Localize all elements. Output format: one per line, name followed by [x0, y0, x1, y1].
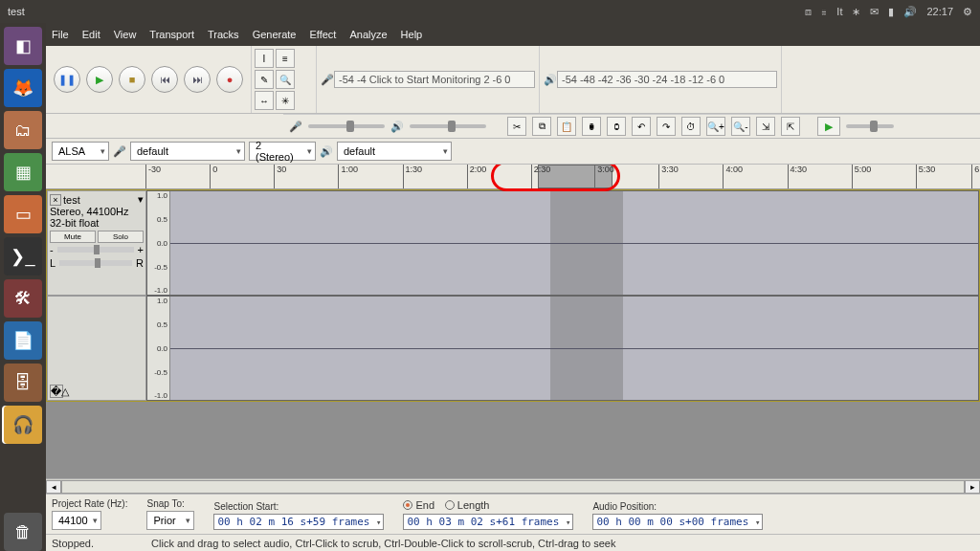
timeline-ruler[interactable]: -30 0 30 1:00 1:30 2:00 2:30 3:00 3:30 4…	[46, 165, 980, 189]
play-button[interactable]: ▶	[86, 66, 113, 93]
menu-help[interactable]: Help	[401, 29, 423, 40]
record-button[interactable]: ●	[216, 66, 243, 93]
end-radio[interactable]: End	[403, 499, 434, 511]
zoom-tool[interactable]: 🔍	[276, 70, 295, 89]
track-control-panel-lower[interactable]: �△	[47, 296, 146, 401]
ruler-segments[interactable]: -30 0 30 1:00 1:30 2:00 2:30 3:00 3:30 4…	[145, 165, 980, 188]
menu-generate[interactable]: Generate	[253, 29, 297, 40]
selection-tool[interactable]: I	[255, 49, 274, 68]
envelope-tool[interactable]: ≡	[276, 49, 295, 68]
silence-button[interactable]: ⧮	[607, 117, 626, 136]
draw-tool[interactable]: ✎	[255, 70, 274, 89]
wifi-icon[interactable]: ⩷	[821, 6, 827, 17]
launcher-impress[interactable]: ▭	[4, 195, 42, 233]
undo-button[interactable]: ↶	[632, 117, 651, 136]
playback-meter-box[interactable]: -54-48-42-36-30-24-18-12-60	[557, 71, 777, 88]
pause-button[interactable]: ❚❚	[54, 66, 80, 93]
volume-icon[interactable]: 🔊	[903, 6, 917, 18]
redo-button[interactable]: ↷	[657, 117, 676, 136]
transport-toolbar: ❚❚ ▶ ■ ⏮ ⏭ ●	[46, 46, 252, 113]
track-collapse-button[interactable]: �△	[50, 385, 63, 398]
gain-slider[interactable]	[57, 247, 134, 253]
selection-start-time[interactable]: 00 h 02 m 16 s+59 frames	[213, 514, 384, 530]
cut-button[interactable]: ✂	[507, 117, 526, 136]
mute-button[interactable]: Mute	[50, 231, 96, 243]
bluetooth-icon[interactable]: ∗	[852, 6, 860, 18]
audio-position-time[interactable]: 00 h 00 m 00 s+00 frames	[592, 514, 763, 530]
menu-bar: File Edit View Transport Tracks Generate…	[46, 23, 980, 46]
launcher-firefox[interactable]: 🦊	[4, 69, 42, 107]
multi-tool[interactable]: ✳	[276, 91, 295, 110]
waveform-left[interactable]: 1.0 0.5 0.0 -0.5 -1.0	[146, 190, 979, 296]
solo-button[interactable]: Solo	[98, 231, 144, 243]
scroll-left-button[interactable]: ◂	[46, 480, 61, 494]
snap-to-combo[interactable]: Prior	[146, 511, 194, 530]
menu-analyze[interactable]: Analyze	[349, 29, 387, 40]
toolbar-row-1: ❚❚ ▶ ■ ⏮ ⏭ ● I ≡ ✎ 🔍 ↔ ✳ 🎤 -54-4 Click t…	[46, 46, 980, 114]
menu-file[interactable]: File	[52, 29, 69, 40]
selection-end-time[interactable]: 00 h 03 m 02 s+61 frames	[403, 514, 573, 530]
mail-icon[interactable]: ✉	[870, 6, 879, 18]
playback-volume-slider[interactable]	[410, 124, 486, 128]
track-control-panel[interactable]: × test ▾ Stereo, 44100Hz 32-bit float Mu…	[47, 190, 146, 296]
device-toolbar: ALSA 🎤 default 2 (Stereo) 🔊 default	[46, 139, 980, 165]
horizontal-scrollbar[interactable]: ◂ ▸	[46, 478, 980, 494]
scrollbar-thumb[interactable]	[61, 480, 965, 494]
playback-speed-slider[interactable]	[846, 124, 894, 128]
fit-selection-button[interactable]: ⇲	[756, 117, 775, 136]
playback-meter[interactable]: 🔊 -54-48-42-36-30-24-18-12-60	[540, 46, 782, 113]
pan-slider[interactable]	[59, 260, 132, 266]
vertical-scale[interactable]: 1.0 0.5 0.0 -0.5 -1.0	[147, 191, 170, 295]
skip-start-button[interactable]: ⏮	[151, 66, 178, 93]
track-close-button[interactable]: ×	[50, 194, 61, 206]
dropbox-icon[interactable]: ⧈	[805, 6, 812, 18]
launcher-terminal[interactable]: ❯_	[4, 237, 42, 276]
sync-lock-button[interactable]: ⏱	[681, 117, 701, 136]
vertical-scale-2[interactable]: 1.0 0.5 0.0 -0.5 -1.0	[147, 297, 170, 400]
launcher-files[interactable]: 🗂	[4, 111, 42, 149]
launcher-writer[interactable]: 📄	[4, 321, 42, 360]
launcher-calc[interactable]: ▦	[4, 153, 42, 191]
menu-tracks[interactable]: Tracks	[208, 29, 239, 40]
menu-effect[interactable]: Effect	[310, 29, 337, 40]
play-at-speed-button[interactable]: ▶	[817, 117, 840, 136]
skip-end-button[interactable]: ⏭	[184, 66, 211, 93]
status-bar: Stopped. Click and drag to select audio,…	[46, 534, 980, 551]
waveform-right[interactable]: 1.0 0.5 0.0 -0.5 -1.0	[146, 296, 979, 401]
timeshift-tool[interactable]: ↔	[255, 91, 274, 110]
recording-meter[interactable]: 🎤 -54-4 Click to Start Monitoring 2-60	[317, 46, 540, 113]
scroll-right-button[interactable]: ▸	[965, 480, 980, 494]
language-indicator[interactable]: It	[836, 6, 842, 17]
system-topbar: test ⧈ ⩷ It ∗ ✉ ▮ 🔊 22:17 ⚙	[0, 0, 980, 23]
launcher-archive[interactable]: 🗄	[4, 364, 42, 402]
recording-meter-box[interactable]: -54-4 Click to Start Monitoring 2-60	[334, 71, 535, 88]
fit-project-button[interactable]: ⇱	[781, 117, 800, 136]
audio-host-combo[interactable]: ALSA	[52, 142, 109, 161]
menu-view[interactable]: View	[114, 29, 137, 40]
launcher-audacity[interactable]: 🎧	[4, 406, 42, 444]
gear-icon[interactable]: ⚙	[963, 6, 972, 18]
clock[interactable]: 22:17	[926, 6, 953, 17]
launcher-dash[interactable]: ◧	[4, 27, 42, 65]
track-menu-dropdown[interactable]: ▾	[138, 193, 144, 206]
track-name[interactable]: test	[63, 194, 80, 206]
zoom-in-button[interactable]: 🔍+	[706, 117, 725, 136]
launcher-trash[interactable]: 🗑	[4, 513, 42, 551]
stop-button[interactable]: ■	[119, 66, 145, 93]
recording-device-combo[interactable]: default	[130, 142, 245, 161]
zoom-out-button[interactable]: 🔍-	[731, 117, 750, 136]
trim-button[interactable]: ⧯	[582, 117, 601, 136]
launcher-settings[interactable]: 🛠	[4, 279, 42, 318]
mic-icon-2: 🎤	[289, 121, 302, 133]
window-title: test	[8, 6, 25, 17]
copy-button[interactable]: ⧉	[532, 117, 551, 136]
recording-channels-combo[interactable]: 2 (Stereo)	[249, 142, 316, 161]
project-rate-combo[interactable]: 44100	[52, 511, 101, 530]
menu-edit[interactable]: Edit	[82, 29, 100, 40]
battery-icon[interactable]: ▮	[888, 6, 894, 18]
recording-volume-slider[interactable]	[308, 124, 385, 128]
playback-device-combo[interactable]: default	[337, 142, 452, 161]
paste-button[interactable]: 📋	[557, 117, 576, 136]
length-radio[interactable]: Length	[445, 499, 490, 511]
menu-transport[interactable]: Transport	[149, 29, 194, 40]
